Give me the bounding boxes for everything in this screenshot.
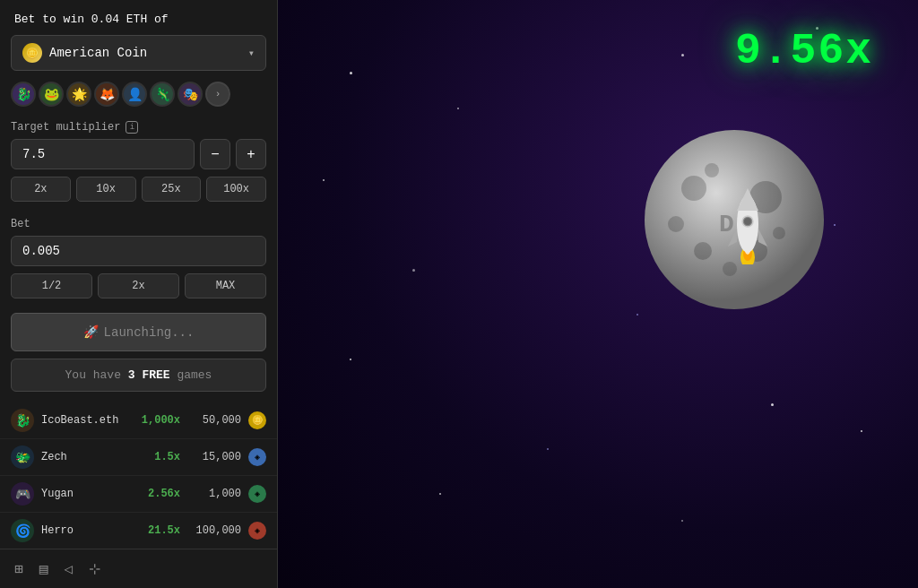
svg-marker-16 <box>758 229 767 246</box>
toolbar-list-icon[interactable]: ▤ <box>39 560 48 578</box>
bet-input[interactable] <box>11 236 266 266</box>
leader-mult-3: 2.56x <box>137 488 180 500</box>
leader-avatar-3: 🎮 <box>11 482 34 506</box>
svg-point-7 <box>773 227 785 239</box>
increment-button[interactable]: + <box>236 139 266 169</box>
star-4 <box>412 269 415 272</box>
bet-header: Bet to win 0.04 ETH of <box>0 0 277 35</box>
info-icon[interactable]: i <box>126 121 138 134</box>
leader-row-1: 🐉 IcoBeast.eth 1,000x 50,000 🪙 <box>0 402 277 439</box>
multiplier-quick-buttons: 2x 10x 25x 100x <box>11 177 266 202</box>
avatar-1[interactable]: 🐉 <box>11 82 36 107</box>
bet-quick-buttons: 1/2 2x MAX <box>11 273 266 298</box>
mult-100x-button[interactable]: 100x <box>206 177 266 202</box>
rocket <box>723 184 773 264</box>
multiplier-display: 9.56x <box>735 27 873 75</box>
star-3 <box>323 179 325 181</box>
avatar-7[interactable]: 🎭 <box>178 82 203 107</box>
leader-coin-4: ◈ <box>248 522 266 540</box>
svg-point-8 <box>668 216 684 232</box>
leader-name-2: Zech <box>41 451 130 463</box>
free-games-count: 3 <box>128 368 135 382</box>
toolbar-grid-icon[interactable]: ⊞ <box>14 560 23 578</box>
mult-25x-button[interactable]: 25x <box>142 177 202 202</box>
free-games-prefix: You have <box>65 368 128 382</box>
rocket-icon: 🚀 <box>83 324 99 340</box>
bottom-toolbar: ⊞ ▤ ◁ ⊹ <box>0 549 277 588</box>
leader-name-1: IcoBeast.eth <box>41 414 130 427</box>
leader-amount-4: 100,000 <box>187 524 241 537</box>
leader-avatar-2: 🐲 <box>11 445 34 469</box>
leaderboard: 🐉 IcoBeast.eth 1,000x 50,000 🪙 🐲 Zech 1.… <box>0 402 277 549</box>
avatar-6[interactable]: 🦎 <box>150 82 175 107</box>
star-5 <box>350 359 351 360</box>
svg-marker-14 <box>737 188 758 211</box>
toolbar-settings-icon[interactable]: ⊹ <box>89 560 100 578</box>
leader-name-3: Yugan <box>41 488 130 500</box>
leader-row-4: 🌀 Herro 21.5x 100,000 ◈ <box>0 513 277 549</box>
target-multiplier-input-row: − + <box>11 139 266 169</box>
leader-row-3: 🎮 Yugan 2.56x 1,000 ◈ <box>0 476 277 513</box>
star-15 <box>861 430 862 432</box>
star-1 <box>350 72 352 74</box>
star-6 <box>547 448 549 450</box>
leader-coin-1: 🪙 <box>248 411 266 429</box>
bet-2x-button[interactable]: 2x <box>98 273 179 298</box>
leader-amount-3: 1,000 <box>187 488 241 500</box>
leader-coin-3: ◈ <box>248 485 266 503</box>
bet-label: Bet <box>0 212 277 236</box>
star-12 <box>681 520 683 522</box>
svg-point-18 <box>744 218 751 225</box>
star-7 <box>681 54 684 56</box>
star-2 <box>457 108 459 109</box>
bet-half-button[interactable]: 1/2 <box>11 273 92 298</box>
svg-point-2 <box>705 163 719 177</box>
leader-avatar-4: 🌀 <box>11 519 34 542</box>
game-panel: 9.56x D <box>278 0 918 588</box>
leader-coin-2: ◈ <box>248 448 266 466</box>
star-9 <box>637 314 638 316</box>
decrement-button[interactable]: − <box>200 139 230 169</box>
star-14 <box>834 224 836 226</box>
target-multiplier-input[interactable] <box>11 139 195 169</box>
leader-name-4: Herro <box>41 524 130 537</box>
coin-dropdown-left: 🪙 American Coin <box>22 43 147 63</box>
avatar-row: 🐉 🐸 🌟 🦊 👤 🦎 🎭 › <box>0 78 277 116</box>
coin-name: American Coin <box>49 46 147 60</box>
leader-mult-4: 21.5x <box>137 524 180 537</box>
mult-10x-button[interactable]: 10x <box>76 177 136 202</box>
free-games-suffix: games <box>170 368 212 382</box>
svg-marker-15 <box>728 229 737 246</box>
bet-header-text: Bet to win 0.04 ETH of <box>14 13 169 26</box>
free-games-banner: You have 3 FREE games <box>11 359 266 392</box>
avatar-5[interactable]: 👤 <box>122 82 147 107</box>
leader-amount-1: 50,000 <box>187 414 241 427</box>
coin-dropdown[interactable]: 🪙 American Coin ▾ <box>11 35 266 71</box>
star-11 <box>439 493 441 495</box>
launch-button[interactable]: 🚀 Launching... <box>11 313 266 351</box>
leader-mult-1: 1,000x <box>137 414 180 427</box>
svg-point-5 <box>694 242 712 260</box>
toolbar-sound-icon[interactable]: ◁ <box>64 560 73 578</box>
avatar-3[interactable]: 🌟 <box>66 82 91 107</box>
left-panel: Bet to win 0.04 ETH of 🪙 American Coin ▾… <box>0 0 278 588</box>
avatar-4[interactable]: 🦊 <box>94 82 119 107</box>
mult-2x-button[interactable]: 2x <box>11 177 71 202</box>
leader-avatar-1: 🐉 <box>11 409 34 432</box>
leader-mult-2: 1.5x <box>137 451 180 463</box>
coin-icon: 🪙 <box>22 43 42 63</box>
chevron-down-icon: ▾ <box>248 47 255 60</box>
free-label: FREE <box>135 368 170 382</box>
leader-row-2: 🐲 Zech 1.5x 15,000 ◈ <box>0 439 277 476</box>
svg-point-1 <box>681 176 706 201</box>
bet-input-row <box>11 236 266 266</box>
star-10 <box>771 403 774 406</box>
avatar-2[interactable]: 🐸 <box>39 82 64 107</box>
bet-max-button[interactable]: MAX <box>185 273 266 298</box>
multiplier-value: 9.56x <box>735 27 873 75</box>
leader-amount-2: 15,000 <box>187 451 241 463</box>
launch-button-label: Launching... <box>104 325 195 340</box>
avatar-more[interactable]: › <box>205 82 230 107</box>
target-multiplier-label: Target multiplier i <box>0 116 277 139</box>
